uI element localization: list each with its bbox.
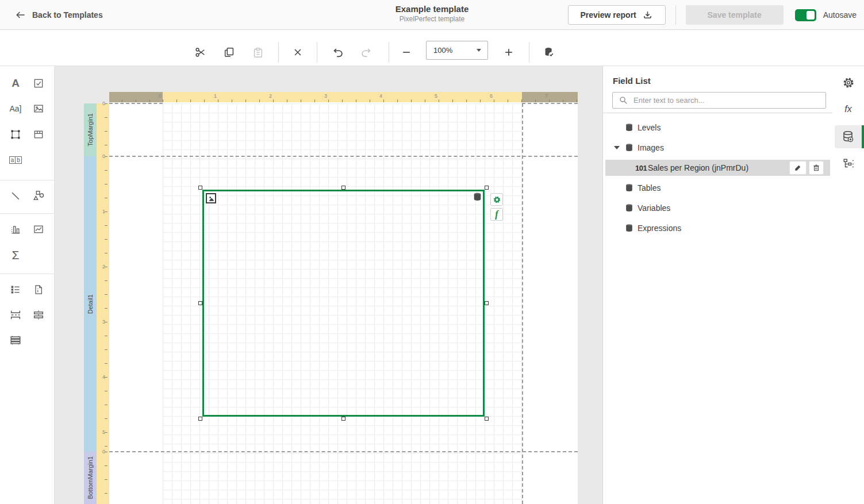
horizontal-ruler-number: 7	[541, 93, 548, 99]
resize-handle-s[interactable]	[341, 417, 345, 421]
element-settings-button[interactable]	[490, 193, 503, 206]
bar-chart-icon	[10, 224, 21, 235]
resize-handle-w[interactable]	[198, 301, 202, 305]
bottom-margin-boundary[interactable]	[109, 451, 578, 452]
rail-field-list-button[interactable]	[832, 125, 864, 148]
page-break-icon	[9, 309, 22, 321]
field-search-input[interactable]	[612, 92, 826, 109]
shapes-tool[interactable]	[29, 186, 48, 206]
tree-item-variables[interactable]: Variables	[603, 200, 832, 216]
richtext-tool[interactable]: Aa]	[6, 99, 25, 118]
label-tool[interactable]: A	[6, 74, 25, 93]
database-icon	[625, 204, 633, 212]
redo-icon	[360, 46, 373, 59]
band-boundary-dash	[109, 103, 163, 104]
collapse-caret-icon[interactable]	[614, 146, 620, 149]
element-formula-button[interactable]: f	[490, 208, 503, 221]
character-comb-tool[interactable]: ab	[6, 150, 25, 170]
toolbox-separator	[0, 213, 54, 214]
autosave-toggle[interactable]	[795, 9, 816, 21]
vertical-ruler-number: 0	[97, 101, 105, 106]
zoom-out-button[interactable]	[395, 41, 418, 64]
vertical-ruler-number: 1	[97, 209, 105, 214]
field-label: Sales per Region (jnPmrDu)	[648, 163, 748, 172]
resize-handle-se[interactable]	[485, 417, 489, 421]
horizontal-ruler-number: 5	[431, 93, 437, 99]
copy-button[interactable]	[218, 41, 241, 64]
tree-item-images[interactable]: Images	[603, 140, 832, 156]
rail-structure-button[interactable]	[832, 152, 864, 175]
toolbar-separator	[278, 42, 279, 63]
line-tool[interactable]	[6, 186, 25, 206]
rail-formulas-button[interactable]: fx	[832, 98, 864, 121]
redo-button	[355, 41, 378, 64]
detail-band-boundary[interactable]	[109, 156, 578, 157]
save-template-button: Save template	[686, 5, 784, 25]
chart-tool[interactable]	[6, 220, 25, 239]
panel-divider	[603, 113, 832, 113]
zoom-in-button[interactable]	[497, 41, 520, 64]
band-label-BottomMargin1[interactable]: BottomMargin1	[84, 452, 97, 504]
database-icon	[625, 184, 633, 192]
table-tool[interactable]	[29, 125, 48, 144]
delete-field-button[interactable]	[809, 161, 824, 175]
vertical-ruler-number: 4	[97, 374, 105, 380]
resize-handle-ne[interactable]	[485, 186, 489, 190]
right-rail: fx	[832, 66, 864, 504]
design-canvas[interactable]: f TopMargin10Detail1012345BottomMargin10…	[55, 66, 602, 504]
validate-data-button[interactable]	[537, 41, 560, 64]
fx-icon: fx	[844, 104, 851, 114]
edit-field-button[interactable]	[789, 161, 807, 175]
delete-button[interactable]	[286, 41, 309, 64]
back-to-templates-button[interactable]: Back to Templates	[15, 9, 103, 21]
resize-handle-e[interactable]	[485, 301, 489, 305]
vertical-ruler-number: 0	[97, 153, 105, 159]
tree-item-sales-per-region[interactable]: 101 Sales per Region (jnPmrDu)	[605, 160, 830, 176]
resize-handle-n[interactable]	[341, 186, 345, 190]
band-label-Detail1[interactable]: Detail1	[84, 156, 97, 452]
rail-settings-button[interactable]	[832, 71, 864, 94]
toggle-knob	[807, 11, 815, 20]
cut-button[interactable]	[189, 41, 212, 64]
multi-band-tool[interactable]	[6, 330, 25, 350]
checkbox-icon	[33, 78, 44, 89]
minus-icon	[401, 47, 412, 58]
toolbar-separator	[317, 42, 317, 63]
panel-frame-tool[interactable]	[6, 125, 25, 144]
page-info-tool[interactable]	[29, 280, 48, 299]
selected-image-element[interactable]: f	[202, 190, 485, 417]
resize-handle-sw[interactable]	[198, 417, 202, 421]
zoom-level-select[interactable]: 100%	[426, 41, 488, 60]
hierarchy-icon	[842, 157, 855, 170]
undo-button[interactable]	[327, 41, 350, 64]
edit-toolbar: 100%	[0, 30, 864, 66]
plus-icon	[503, 47, 514, 58]
paste-button	[247, 41, 270, 64]
toolbox-separator	[0, 180, 54, 180]
vertical-ruler-number: 0	[97, 449, 105, 455]
shapes-icon	[32, 190, 45, 202]
image-placeholder-chip	[206, 193, 216, 203]
picture-tool[interactable]	[29, 99, 48, 118]
top-bar: Back to Templates Example template Pixel…	[0, 0, 864, 30]
preview-report-button[interactable]: Preview report	[568, 5, 666, 25]
band-label-TopMargin1[interactable]: TopMargin1	[84, 103, 97, 156]
pencil-icon	[794, 164, 802, 172]
sparkline-tool[interactable]	[29, 220, 48, 239]
tree-item-expressions[interactable]: Expressions	[603, 220, 832, 236]
band-name: TopMargin1	[87, 113, 94, 146]
download-icon	[642, 10, 653, 21]
rich-list-tool[interactable]	[6, 280, 25, 299]
stacked-bands-icon	[9, 334, 22, 347]
copy-icon	[223, 46, 236, 59]
tree-item-tables[interactable]: Tables	[603, 180, 832, 196]
summary-tool[interactable]: Σ	[6, 245, 25, 265]
resize-handle-nw[interactable]	[198, 186, 202, 190]
tree-item-levels[interactable]: Levels	[603, 120, 832, 136]
back-label: Back to Templates	[32, 10, 103, 20]
horizontal-band-tool[interactable]	[29, 305, 48, 325]
checkbox-tool[interactable]	[29, 74, 48, 93]
page-break-tool[interactable]	[6, 305, 25, 325]
delete-icon	[292, 47, 304, 58]
field-tree: Levels Images 101 Sales per Region (jnPm…	[603, 120, 832, 236]
